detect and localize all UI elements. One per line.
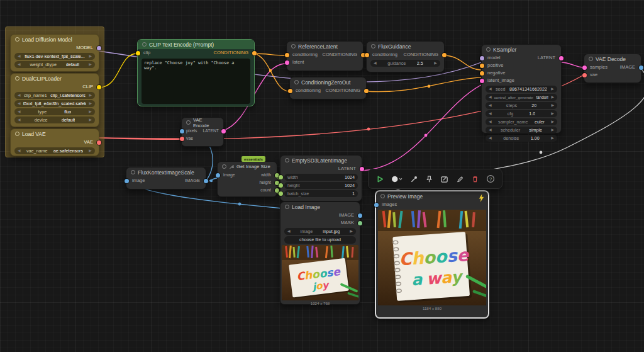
input-slot-images[interactable] bbox=[374, 203, 379, 207]
input-slot-batch-size[interactable] bbox=[279, 191, 283, 196]
widget-vae-name[interactable]: vae_name ae.safetensors bbox=[14, 147, 95, 154]
node-empty-sd3-latent[interactable]: EmptySD3LatentImage LATENT width 1024 he… bbox=[280, 155, 362, 202]
combo-right-arrow-icon[interactable] bbox=[551, 118, 554, 125]
input-slot-width[interactable] bbox=[279, 175, 283, 179]
collapse-dot[interactable] bbox=[15, 76, 19, 81]
combo-right-arrow-icon[interactable] bbox=[89, 116, 92, 123]
node-clip-text-encode[interactable]: CLIP Text Encode (Prompt) clip CONDITION… bbox=[137, 39, 255, 106]
collapse-dot[interactable] bbox=[131, 170, 135, 174]
widget-height[interactable]: height 1024 bbox=[284, 182, 358, 189]
collapse-dot[interactable] bbox=[15, 132, 19, 136]
input-slot-conditioning[interactable] bbox=[285, 53, 289, 57]
input-slot-positive[interactable] bbox=[480, 64, 484, 68]
combo-right-arrow-icon[interactable] bbox=[551, 127, 554, 133]
output-slot-conditioning[interactable] bbox=[252, 51, 257, 55]
output-slot-image[interactable] bbox=[358, 213, 362, 218]
prompt-textarea[interactable]: replace "Choose joy" with "Choose a way"… bbox=[142, 59, 250, 104]
node-vae-decode[interactable]: VAE Decode samples IMAGE vae bbox=[584, 54, 641, 83]
help-button[interactable]: ? bbox=[484, 172, 497, 186]
combo-left-arrow-icon[interactable] bbox=[489, 94, 492, 101]
combo-left-arrow-icon[interactable] bbox=[18, 92, 21, 99]
combo-right-arrow-icon[interactable] bbox=[434, 60, 437, 67]
combo-left-arrow-icon[interactable] bbox=[489, 102, 492, 109]
combo-right-arrow-icon[interactable] bbox=[89, 53, 92, 60]
output-slot-image[interactable] bbox=[639, 65, 643, 70]
node-preview-image[interactable]: Preview Image images bbox=[375, 191, 489, 318]
input-slot-pixels[interactable] bbox=[180, 129, 184, 133]
node-load-vae[interactable]: Load VAE VAE vae_name ae.safetensors bbox=[10, 128, 99, 156]
output-slot-mask[interactable] bbox=[358, 221, 362, 225]
input-slot-clip[interactable] bbox=[136, 51, 140, 55]
input-slot-samples[interactable] bbox=[582, 65, 587, 70]
input-slot-model[interactable] bbox=[480, 56, 484, 60]
combo-right-arrow-icon[interactable] bbox=[551, 110, 554, 117]
node-dual-clip-loader[interactable]: DualCLIPLoader CLIP clip_name1 clip_l.sa… bbox=[10, 73, 99, 127]
node-load-diffusion-model[interactable]: Load Diffusion Model MODEL flux1-dev-kon… bbox=[10, 34, 99, 72]
selection-toolbar[interactable]: ? bbox=[368, 169, 502, 189]
combo-left-arrow-icon[interactable] bbox=[489, 127, 492, 133]
widget-denoise[interactable]: denoise 1.00 bbox=[486, 135, 557, 142]
collapse-dot[interactable] bbox=[285, 205, 289, 209]
output-slot-conditioning[interactable] bbox=[364, 89, 369, 93]
widget-cfg[interactable]: cfg 1.0 bbox=[486, 110, 557, 117]
combo-left-arrow-icon[interactable] bbox=[489, 135, 492, 142]
widget-steps[interactable]: steps 20 bbox=[486, 102, 557, 109]
output-slot-conditioning[interactable] bbox=[442, 53, 447, 57]
node-flux-guidance[interactable]: FluxGuidance conditioning CONDITIONING g… bbox=[366, 41, 445, 72]
combo-left-arrow-icon[interactable] bbox=[18, 108, 21, 115]
combo-right-arrow-icon[interactable] bbox=[89, 100, 92, 107]
output-slot-latent[interactable] bbox=[221, 129, 226, 133]
delete-button[interactable] bbox=[469, 172, 481, 186]
widget-image-file[interactable]: image input.jpg bbox=[284, 228, 356, 235]
widget-clip-name2[interactable]: t5xxl_fp8_e4m3fn_scaled.safete... bbox=[14, 100, 95, 107]
combo-left-arrow-icon[interactable] bbox=[18, 100, 21, 107]
output-slot-vae[interactable] bbox=[97, 140, 101, 145]
collapse-dot[interactable] bbox=[589, 57, 593, 61]
collapse-dot[interactable] bbox=[380, 194, 385, 198]
combo-right-arrow-icon[interactable] bbox=[551, 135, 554, 142]
input-slot-conditioning[interactable] bbox=[288, 89, 292, 93]
input-slot-image[interactable] bbox=[216, 173, 220, 178]
node-graph-canvas[interactable]: Load Diffusion Model MODEL flux1-dev-kon… bbox=[0, 0, 644, 352]
widget-unet-name[interactable]: flux1-dev-kontext_fp8_scale... bbox=[14, 53, 95, 60]
frame-edit-button[interactable] bbox=[438, 172, 451, 186]
collapse-dot[interactable] bbox=[142, 42, 147, 47]
input-slot-vae[interactable] bbox=[180, 137, 184, 141]
widget-control-after-generate[interactable]: control_after_generate randomize bbox=[486, 94, 557, 101]
output-slot-clip[interactable] bbox=[97, 85, 101, 89]
eyedropper-button[interactable] bbox=[408, 172, 420, 186]
node-get-image-size[interactable]: Get Image Size image width height count bbox=[217, 161, 277, 197]
input-slot-latent-image[interactable] bbox=[480, 79, 484, 83]
input-slot-height[interactable] bbox=[279, 183, 283, 188]
combo-left-arrow-icon[interactable] bbox=[287, 228, 291, 235]
collapse-dot[interactable] bbox=[371, 44, 375, 48]
combo-left-arrow-icon[interactable] bbox=[489, 86, 492, 93]
widget-batch-size[interactable]: batch_size 1 bbox=[284, 190, 358, 197]
combo-right-arrow-icon[interactable] bbox=[89, 147, 92, 154]
collapse-dot[interactable] bbox=[294, 80, 299, 84]
input-slot-vae[interactable] bbox=[582, 73, 587, 77]
combo-right-arrow-icon[interactable] bbox=[350, 228, 353, 235]
input-slot-negative[interactable] bbox=[480, 71, 484, 76]
combo-left-arrow-icon[interactable] bbox=[489, 118, 492, 125]
input-slot-image[interactable] bbox=[125, 179, 129, 183]
combo-right-arrow-icon[interactable] bbox=[89, 92, 92, 99]
combo-left-arrow-icon[interactable] bbox=[18, 61, 21, 68]
node-reference-latent[interactable]: ReferenceLatent conditioning CONDITIONIN… bbox=[286, 41, 364, 71]
output-slot-latent[interactable] bbox=[559, 56, 564, 60]
combo-right-arrow-icon[interactable] bbox=[89, 61, 92, 68]
widget-width[interactable]: width 1024 bbox=[284, 174, 358, 181]
node-conditioning-zero-out[interactable]: ConditioningZeroOut conditioning CONDITI… bbox=[289, 77, 367, 99]
widget-clip-name1[interactable]: clip_name1 clip_l.safetensors bbox=[14, 92, 95, 99]
collapse-dot[interactable] bbox=[222, 164, 226, 169]
widget-weight-dtype[interactable]: weight_dtype default bbox=[14, 61, 95, 68]
output-slot-model[interactable] bbox=[97, 46, 101, 50]
combo-left-arrow-icon[interactable] bbox=[18, 116, 21, 123]
input-slot-latent[interactable] bbox=[285, 60, 289, 65]
combo-right-arrow-icon[interactable] bbox=[551, 102, 554, 109]
run-button[interactable] bbox=[374, 172, 386, 186]
collapse-dot[interactable] bbox=[186, 120, 191, 125]
node-flux-kontext-image-scale[interactable]: FluxKontextImageScale image IMAGE bbox=[126, 167, 206, 190]
combo-left-arrow-icon[interactable] bbox=[374, 60, 377, 67]
combo-left-arrow-icon[interactable] bbox=[18, 53, 21, 60]
